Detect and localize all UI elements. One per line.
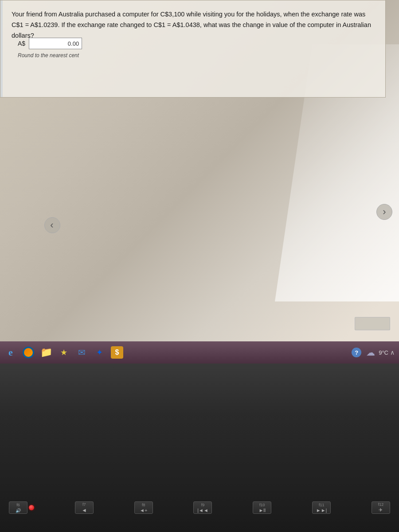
help-label: ?: [355, 349, 358, 356]
fn-key-f11: f11 ►►|: [312, 501, 331, 514]
chevron-up-icon[interactable]: ∧: [390, 349, 395, 356]
fn-key-f6: f6 🔊: [9, 501, 27, 514]
taskbar-mail-icon[interactable]: ✉: [73, 344, 90, 361]
folder-icon: 📁: [40, 347, 52, 358]
f11-label: f11: [319, 503, 325, 507]
f12-button[interactable]: f12 ✈: [372, 501, 390, 514]
fn-key-f8: f8 ◄+: [134, 501, 153, 514]
dollar-icon: $: [111, 346, 123, 359]
mail-icon: ✉: [78, 347, 86, 358]
fn-key-group-f6: f6 🔊: [9, 501, 34, 514]
f10-label: f10: [259, 503, 265, 507]
taskbar-ie-icon[interactable]: e: [2, 344, 19, 361]
f9-button[interactable]: f9 |◄◄: [193, 501, 212, 514]
f6-label: f6: [16, 503, 20, 507]
play-pause-icon: ►ll: [258, 508, 266, 513]
fn-key-f9: f9 |◄◄: [193, 501, 212, 514]
pin-icon: ★: [60, 348, 67, 357]
answer-area: A$: [18, 38, 82, 49]
cloud-icon: ☁: [366, 347, 375, 358]
taskbar: e 📁 ★ ✉ ✦ $: [0, 341, 399, 364]
tray-help-icon[interactable]: ?: [350, 344, 363, 361]
f9-label: f9: [201, 503, 205, 507]
f10-button[interactable]: f10 ►ll: [253, 501, 271, 514]
answer-input[interactable]: [29, 38, 82, 49]
f7-label: f7: [82, 502, 86, 507]
f11-button[interactable]: f11 ►►|: [312, 501, 331, 514]
forward-button[interactable]: [376, 204, 392, 220]
system-tray: ? ☁ 9°C ∧: [350, 344, 397, 361]
question-text: Your friend from Australia purchased a c…: [12, 9, 374, 41]
dropbox-icon: ✦: [96, 348, 103, 357]
red-indicator-dot: [29, 505, 34, 510]
f6-button[interactable]: f6 🔊: [9, 501, 27, 514]
taskbar-folder-icon[interactable]: 📁: [38, 344, 55, 361]
vol-up-icon: ◄+: [140, 508, 147, 513]
taskbar-pin-icon[interactable]: ★: [55, 344, 72, 361]
laptop-body: hp f6 🔊 f7 ◄: [0, 364, 399, 532]
f8-button[interactable]: f8 ◄+: [134, 501, 153, 514]
fn-key-f10: f10 ►ll: [253, 501, 271, 514]
rewind-icon: |◄◄: [197, 508, 208, 513]
firefox-icon: [23, 347, 34, 358]
fast-forward-icon: ►►|: [316, 508, 327, 513]
ie-icon: e: [8, 347, 13, 358]
prev-track-icon: ◄: [82, 507, 87, 513]
back-button[interactable]: [44, 217, 60, 233]
volume-icon: 🔊: [16, 508, 21, 513]
screen: Your friend from Australia purchased a c…: [0, 0, 399, 364]
currency-label: A$: [18, 40, 25, 47]
f8-label: f8: [142, 503, 145, 507]
temperature-display: 9°C: [379, 349, 388, 356]
tray-cloud-icon[interactable]: ☁: [364, 344, 377, 361]
airplane-icon: ✈: [379, 507, 383, 513]
taskbar-firefox-icon[interactable]: [20, 344, 37, 361]
f12-label: f12: [378, 502, 384, 507]
f7-button[interactable]: f7 ◄: [75, 501, 94, 514]
corner-label: [355, 317, 390, 330]
fn-key-f12: f12 ✈: [372, 501, 390, 514]
taskbar-dropbox-icon[interactable]: ✦: [91, 344, 108, 361]
help-circle-icon: ?: [352, 348, 361, 357]
fn-key-row: f6 🔊 f7 ◄ f8 ◄+: [0, 497, 399, 519]
fn-key-f7: f7 ◄: [75, 501, 94, 514]
round-note: Round to the nearest cent: [18, 52, 79, 59]
taskbar-dollar-icon[interactable]: $: [109, 344, 125, 361]
